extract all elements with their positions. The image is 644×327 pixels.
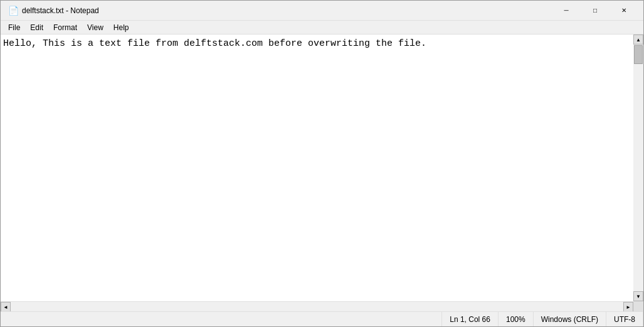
cursor-position: Ln 1, Col 66 [442, 312, 499, 326]
scrollbar-corner [633, 302, 643, 312]
title-bar: 📄 delftstack.txt - Notepad ─ □ ✕ [1, 1, 643, 21]
maximize-button[interactable]: □ [581, 1, 610, 21]
encoding: UTF-8 [606, 312, 643, 326]
zoom-level: 100% [499, 312, 534, 326]
notepad-window: 📄 delftstack.txt - Notepad ─ □ ✕ File Ed… [0, 0, 644, 327]
scroll-thumb-y[interactable] [634, 45, 643, 64]
horizontal-scrollbar[interactable]: ◄ ► [1, 301, 643, 311]
vertical-scrollbar[interactable]: ▲ ▼ [633, 35, 643, 301]
line-ending: Windows (CRLF) [534, 312, 606, 326]
close-button[interactable]: ✕ [610, 1, 638, 21]
minimize-button[interactable]: ─ [552, 1, 581, 21]
menu-format[interactable]: Format [48, 22, 82, 33]
window-title: delftstack.txt - Notepad [22, 6, 99, 15]
menu-view[interactable]: View [82, 22, 108, 33]
scroll-track-x[interactable] [11, 302, 623, 311]
scroll-right-button[interactable]: ► [623, 302, 633, 312]
title-bar-left: 📄 delftstack.txt - Notepad [8, 6, 99, 16]
scroll-left-button[interactable]: ◄ [1, 302, 11, 312]
editor-area: Hello, This is a text file from delftsta… [1, 35, 643, 301]
window-controls: ─ □ ✕ [552, 1, 638, 21]
scroll-up-button[interactable]: ▲ [633, 35, 643, 45]
text-area-wrapper: Hello, This is a text file from delftsta… [1, 35, 633, 301]
status-spacer [1, 312, 442, 326]
notepad-icon: 📄 [8, 6, 18, 16]
status-bar: Ln 1, Col 66 100% Windows (CRLF) UTF-8 [1, 311, 643, 326]
scroll-track-y[interactable] [633, 45, 643, 291]
menu-edit[interactable]: Edit [25, 22, 48, 33]
scroll-down-button[interactable]: ▼ [633, 291, 643, 301]
menu-bar: File Edit Format View Help [1, 21, 643, 35]
text-editor[interactable]: Hello, This is a text file from delftsta… [1, 35, 633, 301]
menu-file[interactable]: File [3, 22, 25, 33]
menu-help[interactable]: Help [108, 22, 134, 33]
